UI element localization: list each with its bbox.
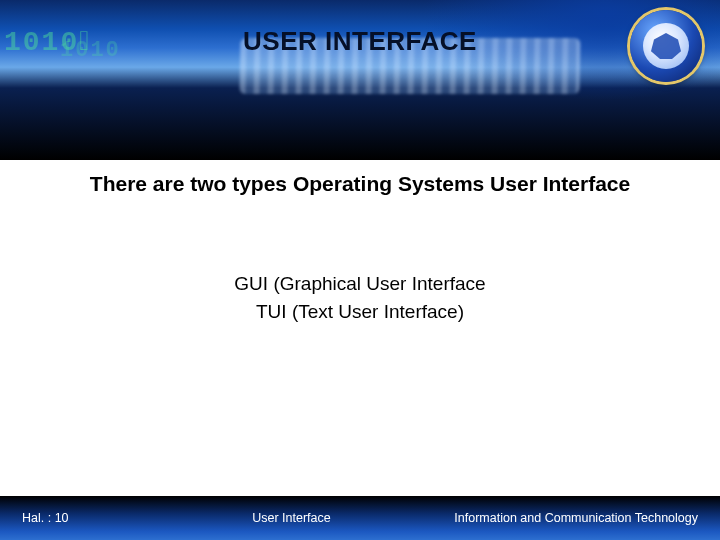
footer-page: Hal. : 10 — [22, 511, 69, 525]
logo-badge — [630, 10, 702, 82]
bullet-list: GUI (Graphical User Interface TUI (Text … — [0, 270, 720, 325]
logo-icon — [643, 23, 689, 69]
slide: USER INTERFACE There are two types Opera… — [0, 0, 720, 540]
slide-footer: Hal. : 10 User Interface Information and… — [0, 496, 720, 540]
bullet-item: GUI (Graphical User Interface — [0, 270, 720, 298]
footer-center: User Interface — [129, 511, 455, 525]
footer-right: Information and Communication Technology — [454, 511, 698, 525]
slide-title: USER INTERFACE — [0, 26, 720, 57]
slide-body: There are two types Operating Systems Us… — [0, 160, 720, 496]
slide-subtitle: There are two types Operating Systems Us… — [40, 170, 680, 198]
slide-header: USER INTERFACE — [0, 0, 720, 160]
bullet-item: TUI (Text User Interface) — [0, 298, 720, 326]
